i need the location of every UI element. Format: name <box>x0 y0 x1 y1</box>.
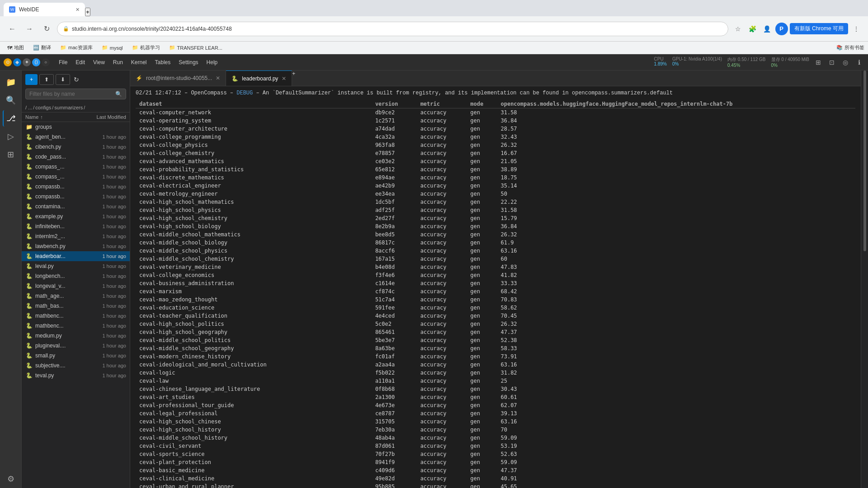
table-row: ceval-computer_networkdb9ce2accuracygen3… <box>136 108 855 117</box>
nav-refresh-button[interactable]: ↻ <box>40 22 53 36</box>
activity-search[interactable]: 🔍 <box>3 92 19 108</box>
list-item[interactable]: 🐍 compass_... 1 hour ago <box>22 162 130 172</box>
list-item[interactable]: 🐍 mathbenc... 1 hour ago <box>22 311 130 321</box>
tab-close-btn[interactable]: ✕ <box>75 7 80 13</box>
download-button[interactable]: ⬇ <box>56 74 70 85</box>
terminal-output[interactable]: 02/21 12:47:12 – OpenCompass – DEBUG – A… <box>130 86 861 488</box>
menu-view[interactable]: View <box>90 57 108 67</box>
activity-extensions[interactable]: ⊞ <box>3 146 19 163</box>
profile-action-button[interactable]: 👤 <box>761 23 774 35</box>
menu-help[interactable]: Help <box>203 57 222 67</box>
upload-button[interactable]: ⬆ <box>39 74 54 85</box>
browser-tab-webide[interactable]: W WebIDE ✕ <box>4 3 85 16</box>
new-file-button[interactable]: + <box>25 74 38 85</box>
table-row: ceval-mao_zedong_thought51c7a4accuracyge… <box>136 296 855 304</box>
scrollbar-thumb[interactable] <box>863 70 866 251</box>
bookmark-star-button[interactable]: ☆ <box>732 23 745 35</box>
all-bookmarks-button[interactable]: 📚 所有书签 <box>836 44 864 51</box>
bookmark-item-ml[interactable]: 📁 机器学习 <box>128 43 164 52</box>
list-item[interactable]: 🐍 compass_... 1 hour ago <box>22 172 130 182</box>
file-name: groups <box>35 124 85 130</box>
list-item[interactable]: 🐍 leaderboar... 1 hour ago <box>22 251 130 261</box>
bookmark-item-mysql[interactable]: 📁 mysql <box>98 44 127 52</box>
sort-name-button[interactable]: Name ↑ <box>25 114 85 120</box>
menu-settings[interactable]: Settings <box>175 57 202 67</box>
leaderboard-tab-close[interactable]: ✕ <box>282 75 286 82</box>
table-row: ceval-art_studies2a1300accuracygen60.61 <box>136 393 855 401</box>
extension-button[interactable]: 🧩 <box>746 23 759 35</box>
toolbar-icon-4[interactable]: ℹ <box>854 57 864 68</box>
tab-leaderboard[interactable]: 🐍 leaderboard.py ✕ <box>226 70 292 86</box>
list-item[interactable]: 🐍 code_pass... 1 hour ago <box>22 152 130 162</box>
terminal-tab-close[interactable]: ✕ <box>216 75 220 81</box>
list-item[interactable]: 🐍 small.py 1 hour ago <box>22 351 130 361</box>
list-item[interactable]: 🐍 compassb... 1 hour ago <box>22 192 130 202</box>
editor-tabs: ⚡ root@intern-studio-40055... ✕ 🐍 leader… <box>130 70 861 86</box>
file-icon: 🐍 <box>25 203 33 210</box>
menu-run[interactable]: Run <box>109 57 127 67</box>
breadcrumb: / ... / configs / summarizers / <box>22 103 130 113</box>
list-item[interactable]: 📁 groups <box>22 122 130 132</box>
menu-edit[interactable]: Edit <box>72 57 89 67</box>
list-item[interactable]: 🐍 subjective.... 1 hour ago <box>22 361 130 371</box>
file-icon: 🐍 <box>25 243 33 250</box>
list-item[interactable]: 🐍 math_age... 1 hour ago <box>22 291 130 301</box>
toolbar-logos: ⊙ ◈ ✦ ⟨⟩ ○ <box>4 58 50 66</box>
new-tab-button[interactable]: + <box>85 8 90 16</box>
list-item[interactable]: 🐍 longeval_v... 1 hour ago <box>22 281 130 291</box>
refresh-button[interactable]: ↻ <box>72 74 81 85</box>
list-item[interactable]: 🐍 cibench.py 1 hour ago <box>22 142 130 152</box>
list-item[interactable]: 🐍 leval.py 1 hour ago <box>22 261 130 271</box>
toolbar-icon-3[interactable]: ◎ <box>840 57 851 68</box>
list-item[interactable]: 🐍 example.py 1 hour ago <box>22 211 130 221</box>
activity-settings[interactable]: ⚙ <box>3 471 19 487</box>
list-item[interactable]: 🐍 internlm2_... 1 hour ago <box>22 231 130 241</box>
list-item[interactable]: 🐍 agent_ben... 1 hour ago <box>22 132 130 142</box>
file-modified: 1 hour ago <box>85 313 126 319</box>
search-box[interactable]: 🔍 <box>25 89 126 99</box>
logo-icons: ⊙ ◈ ✦ ⟨⟩ ○ <box>4 58 50 66</box>
menu-tables[interactable]: Tables <box>151 57 175 67</box>
sort-icon: ↑ <box>40 114 43 120</box>
bookmark-item-translate[interactable]: 🔤 翻译 <box>29 43 55 52</box>
toolbar-icon-2[interactable]: ⊡ <box>826 57 837 68</box>
menu-kernel[interactable]: Kernel <box>127 57 151 67</box>
list-item[interactable]: 🐍 compassb... 1 hour ago <box>22 182 130 192</box>
file-icon: 🐍 <box>25 213 33 220</box>
list-item[interactable]: 🐍 infiniteben... 1 hour ago <box>22 221 130 231</box>
nav-forward-button[interactable]: → <box>23 22 36 36</box>
toolbar-icon-1[interactable]: ⊞ <box>813 57 824 68</box>
bookmark-item-transfer[interactable]: 📁 TRANSFER LEAR... <box>165 44 226 52</box>
file-name: code_pass... <box>35 154 85 160</box>
chrome-update-button[interactable]: 有新版 Chrome 可用 <box>790 23 848 34</box>
profile-avatar[interactable]: P <box>775 23 788 35</box>
list-item[interactable]: 🐍 math_bas... 1 hour ago <box>22 301 130 311</box>
list-item[interactable]: 🐍 contamina... 1 hour ago <box>22 202 130 211</box>
table-row: ceval-high_school_physicsadf25faccuracyg… <box>136 206 855 214</box>
file-modified: 1 hour ago <box>85 154 126 160</box>
nav-actions: ☆ 🧩 👤 P 有新版 Chrome 可用 ⋮ <box>732 23 863 35</box>
list-item[interactable]: 🐍 teval.py 1 hour ago <box>22 371 130 380</box>
activity-source-control[interactable]: ⎇ <box>3 110 19 127</box>
list-item[interactable]: 🐍 mathbenc... 1 hour ago <box>22 321 130 331</box>
table-row: ceval-high_school_politics5c0e2accuracyg… <box>136 320 855 328</box>
table-row: ceval-plant_protection8941f9accuracygen5… <box>136 458 855 466</box>
search-input[interactable] <box>29 91 113 97</box>
list-item[interactable]: 🐍 lawbench.py 1 hour ago <box>22 241 130 251</box>
list-item[interactable]: 🐍 medium.py 1 hour ago <box>22 331 130 341</box>
activity-bottom: ⚙ <box>3 471 19 487</box>
menu-button[interactable]: ⋮ <box>850 23 863 35</box>
list-item[interactable]: 🐍 plugineval.... 1 hour ago <box>22 341 130 351</box>
add-tab-button[interactable]: + <box>292 70 295 86</box>
menu-file[interactable]: File <box>55 57 71 67</box>
bookmark-item-mac[interactable]: 📁 mac资源库 <box>57 43 96 52</box>
tab-terminal[interactable]: ⚡ root@intern-studio-40055... ✕ <box>130 70 226 86</box>
activity-run[interactable]: ▷ <box>3 128 19 145</box>
list-item[interactable]: 🐍 longbench... 1 hour ago <box>22 271 130 281</box>
address-bar[interactable]: 🔒 studio.intern-ai.org.cn/console/trinit… <box>57 22 728 36</box>
activity-explorer[interactable]: 📁 <box>3 74 19 90</box>
bookmark-item-map[interactable]: 🗺 地图 <box>4 43 28 52</box>
nav-back-button[interactable]: ← <box>5 22 19 36</box>
table-row: ceval-middle_school_geography8a63beaccur… <box>136 344 855 352</box>
ide-body: 📁 🔍 ⎇ ▷ ⊞ ⚙ + ⬆ ⬇ ↻ <box>0 70 868 488</box>
